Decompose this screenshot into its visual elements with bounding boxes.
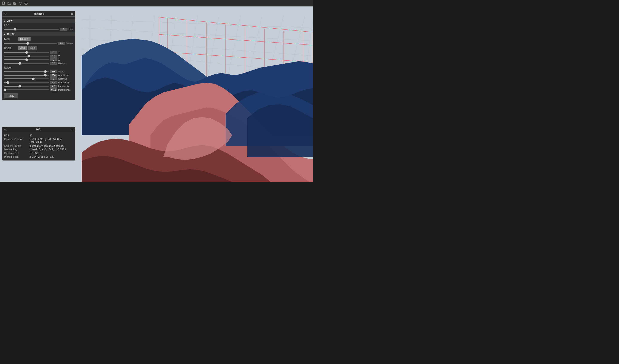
size-slider-track[interactable] <box>4 43 57 44</box>
terrain-section-header[interactable]: ▽ Terrain <box>2 32 75 36</box>
frequency-track[interactable] <box>4 82 49 83</box>
lod-slider-container: 2 level <box>4 28 73 31</box>
svg-text:i: i <box>26 2 27 4</box>
persistence-value: 0.10 <box>50 88 57 91</box>
resize-button[interactable]: Resize <box>18 37 30 41</box>
info-title: Info <box>7 128 71 131</box>
scale-container: 256 Scale <box>4 70 73 73</box>
amplitude-container: 256 Amplitude <box>4 74 73 77</box>
size-value: 64 <box>57 42 65 45</box>
view-section-label: View <box>7 19 13 22</box>
terrain-section-label: Terrain <box>7 32 15 35</box>
info-collapse-icon[interactable]: ▽ <box>4 128 6 131</box>
brush-y-container: 18 Y <box>4 55 73 57</box>
cam-target-row: Camera Target x: 0.0000, y: 0.5000, z: 0… <box>4 144 73 147</box>
svg-rect-0 <box>2 2 4 4</box>
generated-value: 101939 us <box>29 152 42 155</box>
frequency-container: 1.1 Frequency <box>4 81 73 84</box>
cam-pos-value: x: -583.2711, y: 503.1438, z: 1133.2350 <box>29 138 73 144</box>
viewport[interactable]: ▽ Toolbox ✕ ▽ View LOD 2 level <box>0 6 313 182</box>
toolbox-close-button[interactable]: ✕ <box>71 13 73 15</box>
info-close-button[interactable]: ✕ <box>71 128 73 131</box>
octaves-container: 8 Octaves <box>4 77 73 80</box>
scale-label: Scale <box>58 70 73 73</box>
open-file-icon[interactable] <box>7 1 12 6</box>
persistence-container: 0.10 Persistence <box>4 88 73 91</box>
noise-row: Noise: <box>4 66 73 69</box>
brush-z-container: 0 Z <box>4 58 73 61</box>
svg-rect-3 <box>14 3 16 4</box>
info-body: FPS 45 Camera Position x: -583.2711, y: … <box>2 132 75 160</box>
size-slider-thumb[interactable] <box>27 42 29 45</box>
amplitude-value: 256 <box>50 74 57 77</box>
amplitude-track[interactable] <box>4 75 49 76</box>
new-file-icon[interactable] <box>1 1 6 6</box>
lod-slider-fill <box>4 29 15 30</box>
brush-z-label: Z <box>58 58 73 61</box>
brush-x-track[interactable] <box>4 52 49 53</box>
lod-label: LOD <box>4 24 17 27</box>
lacunarity-track[interactable] <box>4 86 49 87</box>
radius-value: 5.0 <box>50 62 57 65</box>
lacunarity-value: 4.5 <box>50 85 57 88</box>
picked-row: Picked block x: 384, y: 384, z: -128 <box>4 155 73 158</box>
fps-row: FPS 45 <box>4 134 73 137</box>
radius-track[interactable] <box>4 63 49 64</box>
toolbox-collapse-icon[interactable]: ▽ <box>4 13 6 15</box>
lod-slider-thumb[interactable] <box>14 28 16 30</box>
radius-container: 5.0 Radius <box>4 62 73 65</box>
brush-y-track[interactable] <box>4 56 49 56</box>
info-header[interactable]: ▽ Info ✕ <box>2 127 75 132</box>
octaves-track[interactable] <box>4 78 49 79</box>
info-panel: ▽ Info ✕ FPS 45 Camera Position x: -583.… <box>2 127 75 161</box>
cam-pos-row: Camera Position x: -583.2711, y: 503.143… <box>4 138 73 144</box>
size-row: Size: Resize <box>4 37 73 41</box>
brush-x-label: X <box>58 51 73 54</box>
persistence-label: Persistence <box>58 88 73 91</box>
toolbox-panel: ▽ Toolbox ✕ ▽ View LOD 2 level <box>2 11 75 100</box>
radius-label: Radius <box>58 62 73 65</box>
frequency-value: 1.1 <box>50 81 57 84</box>
fps-value: 45 <box>29 134 32 137</box>
octaves-value: 8 <box>50 77 57 80</box>
settings-icon[interactable] <box>18 1 23 6</box>
brush-row: Brush: Add Sub <box>4 46 73 50</box>
view-section-header[interactable]: ▽ View <box>2 19 75 23</box>
brush-y-value: 18 <box>50 55 57 57</box>
lacunarity-container: 4.5 Lacunarity <box>4 85 73 88</box>
cam-target-label: Camera Target <box>4 144 28 147</box>
size-unit: Meters <box>66 42 73 45</box>
lod-unit: level <box>68 28 73 30</box>
picked-value: x: 384, y: 384, z: -128 <box>29 155 54 158</box>
mouse-ray-value: x: 0.6710, y: -0.1545, z: -0.7252 <box>29 148 66 151</box>
info-icon[interactable]: i <box>24 1 28 6</box>
brush-y-label: Y <box>58 55 73 57</box>
scale-value: 256 <box>50 70 57 73</box>
cam-pos-label: Camera Position <box>4 138 28 144</box>
sub-button[interactable]: Sub <box>28 46 37 50</box>
toolbox-title: Toolbox <box>7 12 71 15</box>
mouse-ray-row: Mouse Ray x: 0.6710, y: -0.1545, z: -0.7… <box>4 148 73 151</box>
frequency-label: Frequency <box>58 81 73 84</box>
view-arrow-icon: ▽ <box>4 20 5 22</box>
lacunarity-label: Lacunarity <box>58 85 73 87</box>
lod-slider-track[interactable] <box>4 29 59 30</box>
add-button[interactable]: Add <box>18 46 27 50</box>
lod-row: LOD <box>4 24 73 27</box>
toolbox-header[interactable]: ▽ Toolbox ✕ <box>2 11 75 16</box>
save-file-icon[interactable] <box>13 1 17 6</box>
svg-rect-2 <box>14 2 15 3</box>
svg-point-4 <box>20 2 21 4</box>
generated-label: Generated in <box>4 152 28 155</box>
apply-button[interactable]: Apply <box>4 93 18 98</box>
brush-x-value: 0 <box>50 51 57 54</box>
lod-value: 2 <box>60 28 68 31</box>
toolbox-body: ▽ View LOD 2 level ▽ Terrain <box>2 16 75 100</box>
scale-track[interactable] <box>4 71 49 72</box>
octaves-label: Octaves <box>58 78 73 80</box>
brush-z-track[interactable] <box>4 59 49 60</box>
mouse-ray-label: Mouse Ray <box>4 148 28 151</box>
persistence-track[interactable] <box>4 89 49 90</box>
toolbar: i <box>0 0 313 6</box>
terrain-arrow-icon: ▽ <box>4 33 5 35</box>
